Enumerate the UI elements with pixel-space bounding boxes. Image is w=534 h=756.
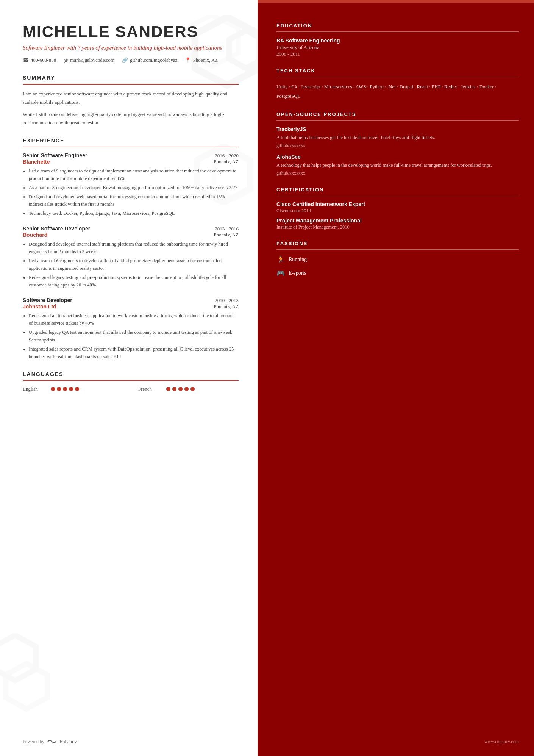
email-icon: @ xyxy=(64,57,68,63)
project-1-link: github/xxxxxxx xyxy=(276,143,519,149)
project-2: AlohaSee A technology that helps people … xyxy=(276,154,519,176)
job-3-sub: Johnston Ltd Phoenix, AZ xyxy=(23,304,239,310)
english-label: English xyxy=(23,386,45,392)
esports-icon: 🎮 xyxy=(276,269,285,277)
project-1-name: TrackerlyJS xyxy=(276,126,519,132)
languages-title: LANGUAGES xyxy=(23,371,239,377)
phone-item: ☎ 480-603-838 xyxy=(23,57,56,63)
certification-divider xyxy=(276,196,519,196)
opensource-divider xyxy=(276,120,519,121)
techstack-section: TECH STACK Unity · C# · Javascript · Mic… xyxy=(276,68,519,101)
french-dots xyxy=(166,387,195,391)
job-2-bullet-1: Designed and developed internal staff tr… xyxy=(29,240,239,255)
running-label: Running xyxy=(289,257,307,263)
brand-name: Enhancv xyxy=(59,739,77,745)
opensource-title: OPEN-SOURCE PROJECTS xyxy=(276,111,519,117)
resume-wrapper: MICHELLE SANDERS Software Engineer with … xyxy=(0,0,534,756)
job-3-bullet-3: Integrated sales reports and CRM system … xyxy=(29,345,239,360)
education-section: EDUCATION BA Software Engineering Univer… xyxy=(276,23,519,57)
project-2-link: github/xxxxxxx xyxy=(276,171,519,176)
techstack-title: TECH STACK xyxy=(276,68,519,74)
job-2-company: Bouchard xyxy=(23,232,47,238)
hex-decor-bottom xyxy=(0,633,61,718)
languages-row: English French xyxy=(23,386,239,392)
email-item: @ mark@gslbycode.com xyxy=(64,57,114,63)
job-3: Software Developer 2010 - 2013 Johnston … xyxy=(23,297,239,360)
passion-running: 🏃 Running xyxy=(276,255,519,264)
project-2-name: AlohaSee xyxy=(276,154,519,160)
job-2-bullet-2: Led a team of 6 engineers to develop a f… xyxy=(29,257,239,272)
top-bar xyxy=(258,0,534,3)
cert-2-name: Project Management Professional xyxy=(276,218,519,224)
hex-decor-mid xyxy=(193,144,254,206)
languages-divider xyxy=(23,380,239,381)
job-2-title: Senior Software Developer xyxy=(23,225,90,232)
job-3-dates: 2010 - 2013 xyxy=(215,297,239,304)
job-1-title: Senior Software Engineer xyxy=(23,152,87,158)
cert-1-name: Cisco Certified Internetwork Expert xyxy=(276,201,519,207)
dot-f3 xyxy=(178,387,183,391)
dot-1 xyxy=(51,387,55,391)
experience-title: EXPERIENCE xyxy=(23,138,239,144)
hex-decor-top xyxy=(189,15,258,92)
job-2-header: Senior Software Developer 2013 - 2016 xyxy=(23,225,239,232)
education-divider xyxy=(276,31,519,32)
dot-f4 xyxy=(184,387,189,391)
education-title: EDUCATION xyxy=(276,23,519,28)
summary-para2: While I still focus on delivering high-q… xyxy=(23,110,239,127)
language-english: English xyxy=(23,386,123,392)
dot-f1 xyxy=(166,387,170,391)
footer-right: www.enhancv.com xyxy=(484,738,519,745)
cert-2: Project Management Professional Institut… xyxy=(276,218,519,230)
phone-number: 480-603-838 xyxy=(31,57,56,63)
enhancv-logo-icon xyxy=(47,739,57,745)
job-3-title: Software Developer xyxy=(23,297,72,303)
passions-section: PASSIONS 🏃 Running 🎮 E-sports xyxy=(276,241,519,277)
footer-left: Powered by Enhancv xyxy=(23,739,77,745)
cert-1: Cisco Certified Internetwork Expert Cisc… xyxy=(276,201,519,214)
job-2-bullet-3: Redesigned legacy testing and pre-produc… xyxy=(29,274,239,289)
job-3-location: Phoenix, AZ xyxy=(214,304,239,310)
edu-years: 2008 - 2011 xyxy=(276,51,519,57)
dot-f5 xyxy=(190,387,195,391)
svg-marker-6 xyxy=(6,664,47,709)
certification-section: CERTIFICATION Cisco Certified Internetwo… xyxy=(276,187,519,230)
esports-label: E-sports xyxy=(289,270,306,276)
svg-marker-1 xyxy=(229,30,258,68)
passion-esports: 🎮 E-sports xyxy=(276,269,519,277)
powered-by-label: Powered by xyxy=(23,739,44,745)
dot-4 xyxy=(69,387,73,391)
dot-2 xyxy=(57,387,61,391)
running-icon: 🏃 xyxy=(276,255,285,264)
email-address: mark@gslbycode.com xyxy=(70,57,114,63)
project-2-desc: A technology that helps people in the de… xyxy=(276,161,519,169)
project-1-desc: A tool that helps businesses get the bes… xyxy=(276,134,519,141)
dot-f2 xyxy=(172,387,176,391)
edu-school: University of Arizona xyxy=(276,44,519,50)
job-3-header: Software Developer 2010 - 2013 xyxy=(23,297,239,304)
phone-icon: ☎ xyxy=(23,57,29,63)
dot-3 xyxy=(63,387,67,391)
job-2: Senior Software Developer 2013 - 2016 Bo… xyxy=(23,225,239,289)
cert-1-source: Ciscom.com 2014 xyxy=(276,208,519,214)
dot-5 xyxy=(75,387,79,391)
english-dots xyxy=(51,387,79,391)
footer-website: www.enhancv.com xyxy=(484,739,519,744)
right-column: EDUCATION BA Software Engineering Univer… xyxy=(258,0,534,756)
languages-section: LANGUAGES English French xyxy=(23,371,239,392)
left-column: MICHELLE SANDERS Software Engineer with … xyxy=(0,0,258,756)
job-2-location: Phoenix, AZ xyxy=(214,232,239,238)
link-icon: 🔗 xyxy=(122,57,128,63)
french-label: French xyxy=(138,386,161,392)
techstack-text: Unity · C# · Javascript · Microservices … xyxy=(276,82,519,101)
job-2-sub: Bouchard Phoenix, AZ xyxy=(23,232,239,238)
project-1: TrackerlyJS A tool that helps businesses… xyxy=(276,126,519,149)
edu-degree: BA Software Engineering xyxy=(276,38,519,44)
job-3-company: Johnston Ltd xyxy=(23,304,56,310)
certification-title: CERTIFICATION xyxy=(276,187,519,193)
job-3-bullet-1: Redesigned an intranet business applicat… xyxy=(29,312,239,327)
passions-title: PASSIONS xyxy=(276,241,519,246)
job-3-bullets: Redesigned an intranet business applicat… xyxy=(23,312,239,360)
cert-2-source: Institute of Project Management, 2010 xyxy=(276,224,519,230)
opensource-section: OPEN-SOURCE PROJECTS TrackerlyJS A tool … xyxy=(276,111,519,176)
